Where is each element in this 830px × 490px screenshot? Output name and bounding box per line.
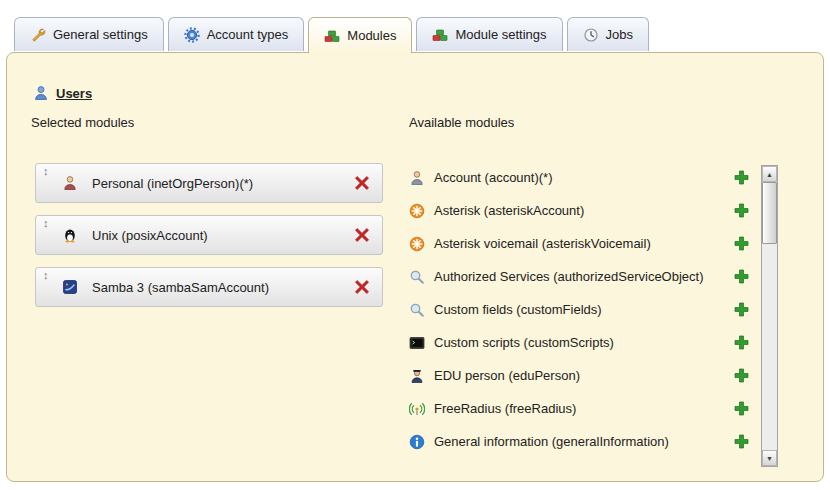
available-module-row: FreeRadius (freeRadius): [409, 392, 755, 425]
tab-label: Account types: [207, 27, 289, 42]
selected-module-row[interactable]: ↕ Personal (inetOrgPerson)(*): [35, 163, 383, 203]
scrollbar-thumb[interactable]: [762, 182, 777, 244]
available-module-label: Custom scripts (customScripts): [434, 335, 614, 350]
available-module-row: General information (generalInformation): [409, 425, 755, 458]
scroll-up-button[interactable]: ▲: [762, 166, 777, 182]
selected-module-row[interactable]: ↕ Samba 3 (sambaSamAccount): [35, 267, 383, 307]
terminal-icon: [409, 335, 425, 351]
available-module-label: Authorized Services (authorizedServiceOb…: [434, 269, 704, 284]
available-module-label: Custom fields (customFields): [434, 302, 602, 317]
add-module-button[interactable]: [734, 434, 749, 449]
add-module-button[interactable]: [734, 236, 749, 251]
drag-handle-icon[interactable]: ↕: [43, 217, 49, 229]
lam-configuration-window: General settings Account types Modules M…: [0, 0, 830, 490]
available-module-label: Account (account)(*): [434, 170, 553, 185]
penguin-icon: [62, 227, 78, 243]
add-module-button[interactable]: [734, 368, 749, 383]
add-module-button[interactable]: [734, 269, 749, 284]
add-module-button[interactable]: [734, 170, 749, 185]
selected-module-label: Personal (inetOrgPerson)(*): [92, 176, 253, 191]
tab-account-types[interactable]: Account types: [168, 17, 305, 51]
tab-label: Module settings: [455, 27, 546, 42]
wrench-icon: [30, 27, 46, 43]
modules-panel: Users Selected modules Available modules…: [6, 52, 824, 482]
remove-module-button[interactable]: [354, 227, 370, 243]
scrollbar-track[interactable]: [762, 244, 777, 450]
person-icon: [409, 170, 425, 186]
drag-handle-icon[interactable]: ↕: [43, 165, 49, 177]
asterisk-icon: [409, 203, 425, 219]
magnifier-icon: [409, 269, 425, 285]
tab-label: Modules: [347, 28, 396, 43]
modules-blocks-icon: [432, 27, 448, 43]
magnifier-icon: [409, 302, 425, 318]
available-modules-heading: Available modules: [409, 115, 514, 130]
remove-module-button[interactable]: [354, 175, 370, 191]
samba-icon: [62, 279, 78, 295]
graduate-person-icon: [409, 368, 425, 384]
tab-modules[interactable]: Modules: [308, 17, 412, 53]
available-module-row: EDU person (eduPerson): [409, 359, 755, 392]
tab-module-settings[interactable]: Module settings: [416, 17, 562, 51]
tab-jobs[interactable]: Jobs: [567, 17, 649, 51]
available-module-label: Asterisk voicemail (asteriskVoicemail): [434, 236, 651, 251]
wireless-icon: [409, 401, 425, 417]
available-module-row: Authorized Services (authorizedServiceOb…: [409, 260, 755, 293]
page-title: Users: [56, 86, 92, 101]
tab-general-settings[interactable]: General settings: [14, 17, 164, 51]
user-icon: [33, 85, 49, 101]
available-module-label: Asterisk (asteriskAccount): [434, 203, 584, 218]
tab-label: General settings: [53, 27, 148, 42]
selected-module-row[interactable]: ↕ Unix (posixAccount): [35, 215, 383, 255]
drag-handle-icon[interactable]: ↕: [43, 269, 49, 281]
add-module-button[interactable]: [734, 401, 749, 416]
users-section-title: Users: [33, 85, 92, 101]
remove-module-button[interactable]: [354, 279, 370, 295]
add-module-button[interactable]: [734, 335, 749, 350]
available-module-label: General information (generalInformation): [434, 434, 669, 449]
available-module-row: Asterisk (asteriskAccount): [409, 194, 755, 227]
info-icon: [409, 434, 425, 450]
available-module-row: Account (account)(*): [409, 161, 755, 194]
add-module-button[interactable]: [734, 203, 749, 218]
available-modules-scrollbar[interactable]: ▲ ▼: [761, 165, 778, 467]
available-module-label: EDU person (eduPerson): [434, 368, 580, 383]
selected-module-label: Samba 3 (sambaSamAccount): [92, 280, 269, 295]
modules-blocks-icon: [324, 28, 340, 44]
clock-icon: [583, 27, 599, 43]
gear-badge-icon: [184, 27, 200, 43]
scroll-down-button[interactable]: ▼: [762, 450, 777, 466]
tab-bar: General settings Account types Modules M…: [14, 17, 649, 53]
available-module-row: Custom scripts (customScripts): [409, 326, 755, 359]
asterisk-icon: [409, 236, 425, 252]
available-module-row: Asterisk voicemail (asteriskVoicemail): [409, 227, 755, 260]
available-module-label: FreeRadius (freeRadius): [434, 401, 576, 416]
selected-module-label: Unix (posixAccount): [92, 228, 208, 243]
available-modules-list: Account (account)(*) Asterisk (asteriskA…: [409, 161, 755, 458]
person-icon: [62, 175, 78, 191]
selected-modules-heading: Selected modules: [31, 115, 134, 130]
selected-modules-list: ↕ Personal (inetOrgPerson)(*) ↕ Unix (po…: [35, 163, 383, 319]
available-module-row: Custom fields (customFields): [409, 293, 755, 326]
tab-label: Jobs: [606, 27, 633, 42]
add-module-button[interactable]: [734, 302, 749, 317]
